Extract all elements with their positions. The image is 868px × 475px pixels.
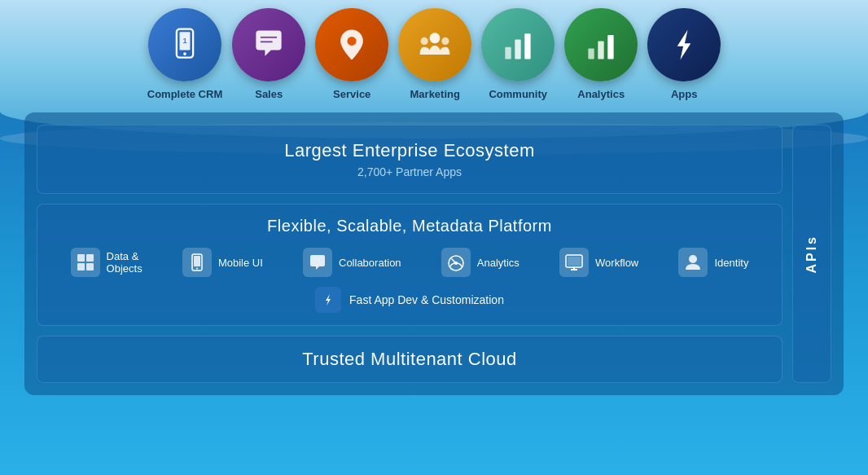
apps-label: Apps bbox=[671, 88, 698, 100]
icons-row: 1 Complete CRM Sales Serv bbox=[0, 0, 868, 100]
analytics-circle bbox=[564, 8, 638, 81]
platform-box: Flexible, Scalable, Metadata Platform bbox=[37, 204, 783, 326]
main-container: 1 Complete CRM Sales Serv bbox=[0, 0, 868, 475]
icon-item-apps[interactable]: Apps bbox=[647, 8, 721, 100]
platform-item-mobile: Mobile UI bbox=[182, 248, 263, 277]
phone-icon: 1 bbox=[166, 26, 204, 64]
crm-label: Complete CRM bbox=[147, 88, 222, 100]
svg-point-23 bbox=[196, 268, 198, 270]
svg-point-2 bbox=[183, 52, 186, 55]
platform-item-identity: Identity bbox=[678, 248, 748, 277]
content-area: Largest Enterprise Ecosystem 2,700+ Part… bbox=[24, 112, 844, 395]
svg-rect-12 bbox=[524, 33, 530, 59]
apis-panel[interactable]: APIs bbox=[792, 125, 831, 383]
svg-rect-18 bbox=[86, 254, 94, 262]
sales-circle bbox=[232, 8, 305, 81]
icon-item-sales[interactable]: Sales bbox=[232, 8, 305, 100]
platform-item-analytics: Analytics bbox=[441, 248, 519, 277]
svg-rect-22 bbox=[194, 256, 200, 266]
data-objects-label: Data &Objects bbox=[107, 250, 142, 275]
apis-label: APIs bbox=[804, 235, 819, 274]
analytics-label: Analytics bbox=[577, 88, 625, 100]
svg-rect-13 bbox=[589, 49, 594, 59]
svg-point-7 bbox=[430, 33, 441, 43]
identity-icon bbox=[678, 248, 708, 277]
svg-rect-14 bbox=[598, 41, 604, 59]
group-icon bbox=[416, 26, 454, 64]
ecosystem-title: Largest Enterprise Ecosystem bbox=[54, 140, 765, 161]
icon-item-community[interactable]: Community bbox=[481, 8, 555, 100]
ecosystem-subtitle: 2,700+ Partner Apps bbox=[54, 165, 765, 178]
workflow-label: Workflow bbox=[595, 257, 638, 269]
platform-title: Flexible, Scalable, Metadata Platform bbox=[54, 217, 765, 235]
icon-item-analytics[interactable]: Analytics bbox=[564, 8, 638, 100]
svg-text:1: 1 bbox=[182, 37, 186, 45]
mobile-ui-icon bbox=[182, 248, 212, 277]
svg-rect-11 bbox=[515, 40, 521, 59]
icon-item-crm[interactable]: 1 Complete CRM bbox=[147, 8, 222, 100]
svg-point-30 bbox=[689, 255, 697, 263]
identity-label: Identity bbox=[714, 257, 748, 269]
chat-icon bbox=[250, 26, 287, 64]
analytics-platform-label: Analytics bbox=[477, 257, 519, 269]
left-content: Largest Enterprise Ecosystem 2,700+ Part… bbox=[37, 125, 783, 383]
fast-app-row: Fast App Dev & Customization bbox=[54, 287, 765, 313]
bolt-icon bbox=[665, 26, 703, 64]
crm-circle: 1 bbox=[148, 8, 221, 81]
ecosystem-box: Largest Enterprise Ecosystem 2,700+ Part… bbox=[37, 125, 783, 194]
cloud-box: Trusted Multitenant Cloud bbox=[37, 336, 783, 383]
main-panel: Largest Enterprise Ecosystem 2,700+ Part… bbox=[24, 112, 844, 395]
marketing-label: Marketing bbox=[410, 88, 460, 100]
svg-marker-31 bbox=[326, 294, 331, 306]
svg-rect-20 bbox=[86, 263, 94, 270]
location-icon bbox=[333, 26, 370, 64]
fast-app-icon bbox=[315, 287, 341, 313]
svg-rect-27 bbox=[568, 257, 581, 266]
analytics-icon bbox=[582, 26, 620, 64]
cloud-title: Trusted Multitenant Cloud bbox=[50, 349, 769, 370]
collaboration-icon bbox=[303, 248, 332, 277]
svg-rect-15 bbox=[607, 35, 613, 59]
fast-app-label: Fast App Dev & Customization bbox=[349, 293, 504, 306]
community-circle bbox=[481, 8, 555, 81]
icon-item-marketing[interactable]: Marketing bbox=[398, 8, 471, 100]
marketing-circle bbox=[398, 8, 471, 81]
svg-rect-19 bbox=[77, 263, 85, 270]
svg-rect-10 bbox=[506, 47, 511, 59]
service-label: Service bbox=[333, 88, 370, 100]
svg-point-9 bbox=[441, 37, 449, 45]
platform-item-data: Data &Objects bbox=[71, 248, 142, 277]
platform-item-workflow: Workflow bbox=[559, 248, 638, 277]
mobile-ui-label: Mobile UI bbox=[218, 257, 263, 269]
svg-point-8 bbox=[421, 37, 428, 45]
svg-point-6 bbox=[348, 37, 357, 46]
platform-items: Data &Objects Mobile UI bbox=[54, 248, 765, 277]
sales-label: Sales bbox=[255, 88, 283, 100]
bars-chart-icon bbox=[499, 26, 537, 64]
collaboration-label: Collaboration bbox=[339, 257, 401, 269]
platform-item-collab: Collaboration bbox=[303, 248, 401, 277]
community-label: Community bbox=[489, 88, 547, 100]
icon-item-service[interactable]: Service bbox=[315, 8, 388, 100]
svg-marker-16 bbox=[677, 30, 691, 60]
svg-rect-17 bbox=[77, 254, 85, 262]
service-circle bbox=[315, 8, 388, 81]
apps-circle bbox=[647, 8, 721, 81]
workflow-icon bbox=[559, 248, 589, 277]
data-objects-icon bbox=[71, 248, 100, 277]
analytics-gauge-icon bbox=[441, 248, 471, 277]
